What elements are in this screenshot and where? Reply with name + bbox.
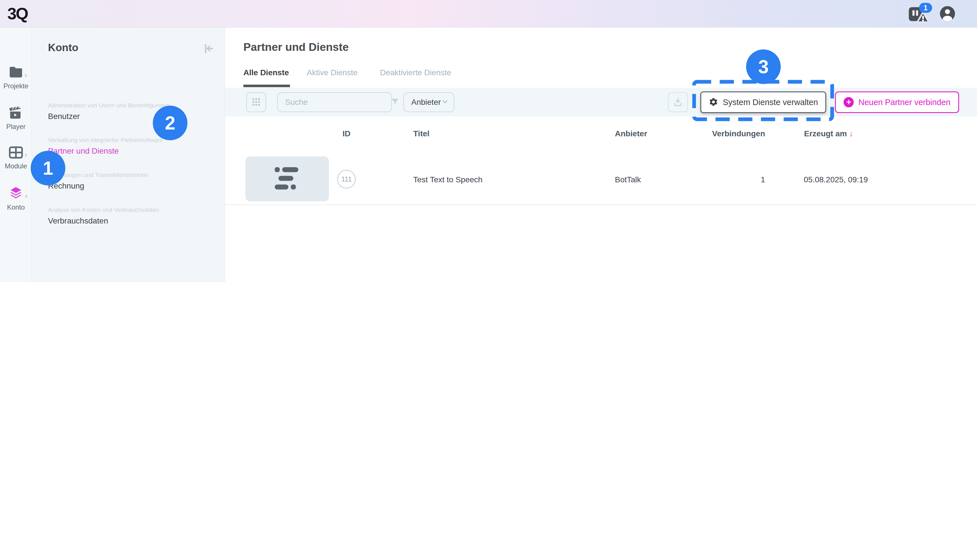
rail-item-player[interactable]: Player <box>0 106 32 131</box>
partner-button-label: Neuen Partner verbinden <box>858 98 950 107</box>
column-header-erzeugt-am[interactable]: Erzeugt am↓ <box>804 129 853 138</box>
cell-titel: Test Text to Speech <box>413 175 482 184</box>
chevron-down-icon <box>441 97 449 107</box>
panel-item-partner-und-dienste[interactable]: Verwaltung von integrierter Partnersoftw… <box>48 137 213 156</box>
rail-item-label: Module <box>0 162 32 170</box>
grid-icon <box>9 146 23 160</box>
search-input[interactable] <box>278 98 390 107</box>
search-field <box>277 92 392 112</box>
panel-title: Konto <box>48 42 78 54</box>
service-thumbnail <box>245 157 329 201</box>
plus-circle-icon: + <box>844 97 854 107</box>
panel-item-label: Benutzer <box>48 112 213 121</box>
step-annotation-3: 3 <box>746 49 781 84</box>
rail-item-label: Projekte <box>0 82 32 90</box>
notification-badge: 1 <box>919 3 932 13</box>
panel-item-description: Analyse von Kosten und Verbrauchsdaten <box>48 207 213 213</box>
tab-aktive-dienste[interactable]: Aktive Dienste <box>307 68 358 77</box>
column-header-titel: Titel <box>413 129 429 138</box>
download-icon <box>673 97 683 108</box>
export-button[interactable] <box>668 92 688 112</box>
chevron-left-icon: ‹ <box>25 192 28 200</box>
panel-item-description: Verwaltung von integrierter Partnersoftw… <box>48 137 213 143</box>
column-header-id: ID <box>338 129 355 138</box>
rail-item-module[interactable]: › Module <box>0 146 32 170</box>
avatar[interactable] <box>939 5 956 22</box>
cell-anbieter: BotTalk <box>615 175 641 184</box>
media-warning-icon <box>908 20 930 25</box>
step-annotation-2: 2 <box>153 106 187 140</box>
layers-icon <box>8 186 23 201</box>
page-title: Partner und Dienste <box>243 41 349 53</box>
dots-grid-icon <box>251 97 261 108</box>
rail-item-label: Player <box>0 123 32 131</box>
column-header-verbindungen: Verbindungen <box>682 129 765 138</box>
konto-panel: Konto Administration von Usern und Berec… <box>32 28 225 282</box>
icon-rail: › Projekte Player › <box>0 28 32 282</box>
gear-icon <box>709 97 718 108</box>
column-header-label: Erzeugt am <box>804 129 847 138</box>
rail-item-projekte[interactable]: › Projekte <box>0 66 32 90</box>
system-button-label: System Dienste verwalten <box>723 98 818 107</box>
rail-item-konto[interactable]: ‹ Konto <box>0 186 32 211</box>
service-id-badge: 111 <box>337 170 356 188</box>
chevron-right-icon: › <box>25 150 27 159</box>
panel-item-rechnung[interactable]: Rechnungen und Transaktionshistorie Rech… <box>48 172 213 190</box>
anbieter-filter-dropdown[interactable]: Anbieter <box>403 92 454 112</box>
anbieter-filter-label: Anbieter <box>404 98 441 107</box>
folder-icon <box>9 66 23 80</box>
tab-alle-dienste[interactable]: Alle Dienste <box>243 68 289 77</box>
panel-item-benutzer[interactable]: Administration von Usern und Berechtigun… <box>48 102 213 121</box>
text-lines-icon <box>270 165 305 193</box>
column-header-anbieter: Anbieter <box>615 129 647 138</box>
system-dienste-verwalten-button[interactable]: System Dienste verwalten <box>700 92 826 113</box>
step-annotation-1: 1 <box>31 151 65 185</box>
panel-item-description: Administration von Usern und Berechtigun… <box>48 102 213 109</box>
collapse-sidebar-button[interactable] <box>202 42 215 55</box>
panel-item-label: Rechnung <box>48 182 213 190</box>
active-tab-underline <box>243 85 290 87</box>
rail-item-label: Konto <box>0 203 32 211</box>
sort-descending-icon: ↓ <box>849 129 853 138</box>
panel-item-label: Verbrauchsdaten <box>48 217 213 225</box>
topbar: 3Q 1 <box>0 0 977 28</box>
funnel-icon[interactable] <box>390 97 400 107</box>
app-root: 3Q 1 <box>0 0 977 560</box>
tab-deaktivierte-dienste[interactable]: Deaktivierte Dienste <box>380 68 451 77</box>
table-row[interactable]: 111 Test Text to Speech BotTalk 1 05.08.… <box>225 148 977 205</box>
collapse-left-icon <box>202 42 215 55</box>
view-toggle-button[interactable] <box>246 92 266 112</box>
brand-logo: 3Q <box>7 4 28 23</box>
clapperboard-icon <box>9 106 23 120</box>
chevron-right-icon: › <box>25 71 27 79</box>
notification-button[interactable]: 1 <box>908 5 933 24</box>
cell-verbindungen: 1 <box>682 175 765 184</box>
neuen-partner-verbinden-button[interactable]: + Neuen Partner verbinden <box>835 92 959 113</box>
cell-erzeugt-am: 05.08.2025, 09:19 <box>804 175 868 184</box>
panel-item-label: Partner und Dienste <box>48 147 213 156</box>
panel-item-description: Rechnungen und Transaktionshistorie <box>48 172 213 178</box>
panel-item-verbrauchsdaten[interactable]: Analyse von Kosten und Verbrauchsdaten V… <box>48 207 213 225</box>
